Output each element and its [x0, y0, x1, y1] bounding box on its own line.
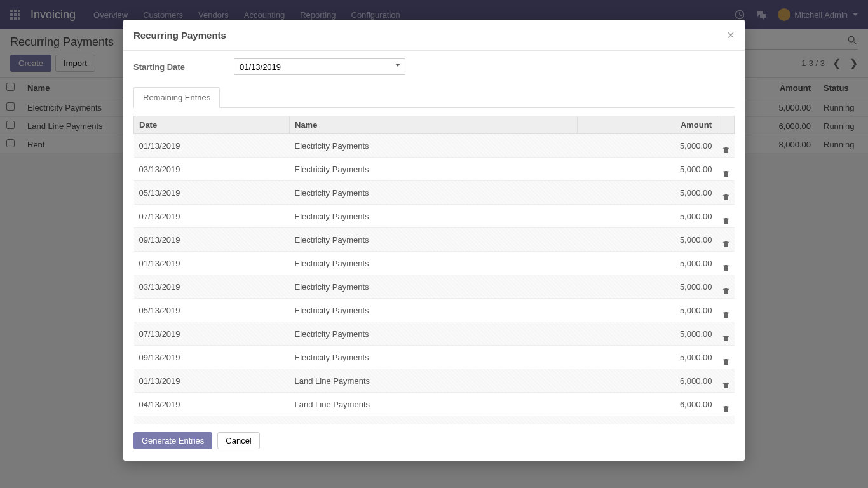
modal-dialog: Recurring Payments × Starting Date Remai… [123, 20, 745, 461]
table-row[interactable]: 09/13/2019 Electricity Payments 5,000.00 [134, 228, 735, 252]
modal-header: Recurring Payments × [123, 20, 745, 51]
col-amount[interactable]: Amount [578, 116, 717, 134]
table-row[interactable]: 07/13/2019 Land Line Payments 6,000.00 [134, 416, 735, 425]
trash-icon[interactable] [722, 405, 729, 412]
trash-icon[interactable] [722, 288, 729, 295]
cell-date: 05/13/2019 [134, 299, 290, 322]
cell-amount: 5,000.00 [578, 158, 717, 181]
chevron-down-icon[interactable] [395, 64, 400, 67]
col-actions [717, 116, 735, 134]
tab-remaining-entries[interactable]: Remaining Entries [133, 87, 220, 108]
cell-name: Land Line Payments [290, 416, 578, 425]
entries-table: Date Name Amount 01/13/2019 Electricity … [133, 116, 735, 424]
table-row[interactable]: 01/13/2019 Electricity Payments 5,000.00 [134, 252, 735, 275]
cell-date: 09/13/2019 [134, 346, 290, 369]
close-icon[interactable]: × [727, 29, 735, 41]
cell-name: Electricity Payments [290, 158, 578, 181]
generate-entries-button[interactable]: Generate Entries [133, 432, 212, 449]
table-row[interactable]: 09/13/2019 Electricity Payments 5,000.00 [134, 346, 735, 369]
cell-name: Electricity Payments [290, 346, 578, 369]
tabs: Remaining Entries [133, 86, 735, 108]
cell-amount: 6,000.00 [578, 369, 717, 393]
cell-name: Electricity Payments [290, 228, 578, 252]
table-row[interactable]: 03/13/2019 Electricity Payments 5,000.00 [134, 275, 735, 299]
cell-date: 04/13/2019 [134, 393, 290, 416]
trash-icon[interactable] [722, 382, 729, 389]
cell-date: 07/13/2019 [134, 416, 290, 425]
cancel-button[interactable]: Cancel [217, 432, 259, 449]
cell-name: Land Line Payments [290, 393, 578, 416]
trash-icon[interactable] [722, 358, 729, 365]
cell-name: Land Line Payments [290, 369, 578, 393]
starting-date-label: Starting Date [133, 62, 234, 72]
trash-icon[interactable] [722, 264, 729, 271]
table-row[interactable]: 03/13/2019 Electricity Payments 5,000.00 [134, 158, 735, 181]
cell-date: 09/13/2019 [134, 228, 290, 252]
modal-title: Recurring Payments [133, 30, 226, 41]
cell-name: Electricity Payments [290, 205, 578, 228]
table-row[interactable]: 07/13/2019 Electricity Payments 5,000.00 [134, 322, 735, 346]
table-row[interactable]: 04/13/2019 Land Line Payments 6,000.00 [134, 393, 735, 416]
cell-date: 05/13/2019 [134, 181, 290, 205]
trash-icon[interactable] [722, 335, 729, 342]
cell-amount: 5,000.00 [578, 275, 717, 299]
trash-icon[interactable] [722, 311, 729, 318]
table-row[interactable]: 05/13/2019 Electricity Payments 5,000.00 [134, 181, 735, 205]
cell-date: 01/13/2019 [134, 252, 290, 275]
cell-name: Electricity Payments [290, 322, 578, 346]
table-row[interactable]: 01/13/2019 Electricity Payments 5,000.00 [134, 134, 735, 158]
cell-amount: 5,000.00 [578, 205, 717, 228]
cell-date: 01/13/2019 [134, 134, 290, 158]
trash-icon[interactable] [722, 147, 729, 154]
modal-footer: Generate Entries Cancel [123, 424, 745, 461]
cell-amount: 6,000.00 [578, 393, 717, 416]
table-row[interactable]: 05/13/2019 Electricity Payments 5,000.00 [134, 299, 735, 322]
cell-amount: 6,000.00 [578, 416, 717, 425]
cell-date: 01/13/2019 [134, 369, 290, 393]
trash-icon[interactable] [722, 194, 729, 201]
cell-date: 03/13/2019 [134, 275, 290, 299]
cell-amount: 5,000.00 [578, 299, 717, 322]
cell-name: Electricity Payments [290, 134, 578, 158]
trash-icon[interactable] [722, 217, 729, 224]
cell-name: Electricity Payments [290, 252, 578, 275]
col-date[interactable]: Date [134, 116, 290, 134]
starting-date-input[interactable] [234, 58, 405, 75]
table-row[interactable]: 07/13/2019 Electricity Payments 5,000.00 [134, 205, 735, 228]
cell-date: 07/13/2019 [134, 322, 290, 346]
cell-amount: 5,000.00 [578, 228, 717, 252]
cell-date: 03/13/2019 [134, 158, 290, 181]
cell-name: Electricity Payments [290, 275, 578, 299]
cell-name: Electricity Payments [290, 299, 578, 322]
cell-amount: 5,000.00 [578, 322, 717, 346]
modal-body[interactable]: Starting Date Remaining Entries Date Nam… [123, 51, 745, 424]
table-row[interactable]: 01/13/2019 Land Line Payments 6,000.00 [134, 369, 735, 393]
cell-amount: 5,000.00 [578, 134, 717, 158]
col-name[interactable]: Name [290, 116, 578, 134]
cell-amount: 5,000.00 [578, 346, 717, 369]
trash-icon[interactable] [722, 170, 729, 177]
trash-icon[interactable] [722, 241, 729, 248]
cell-date: 07/13/2019 [134, 205, 290, 228]
cell-amount: 5,000.00 [578, 181, 717, 205]
cell-name: Electricity Payments [290, 181, 578, 205]
cell-amount: 5,000.00 [578, 252, 717, 275]
